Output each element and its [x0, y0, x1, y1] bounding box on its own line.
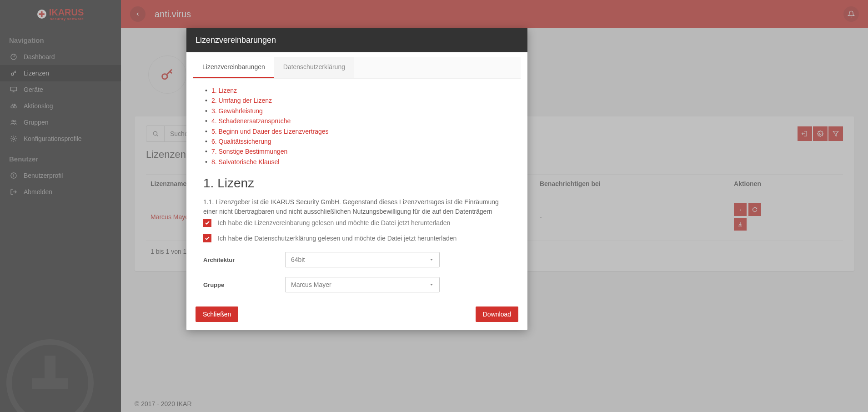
svg-marker-30 [431, 284, 433, 286]
toc-item[interactable]: 4. Schadenersatzansprüche [203, 116, 511, 126]
toc-item[interactable]: 8. Salvatorische Klausel [203, 157, 511, 167]
group-select[interactable]: Marcus Mayer [285, 277, 440, 292]
toc-item[interactable]: 7. Sonstige Bestimmungen [203, 146, 511, 156]
toc-item[interactable]: 5. Beginn und Dauer des Lizenzvertrages [203, 126, 511, 136]
section-heading: 1. Lizenz [203, 176, 511, 191]
chevron-down-icon [429, 282, 434, 287]
license-text-scroll[interactable]: 1. Lizenz2. Umfang der Lizenz3. Gewährle… [193, 79, 521, 215]
toc-list: 1. Lizenz2. Umfang der Lizenz3. Gewährle… [203, 85, 511, 167]
toc-item[interactable]: 1. Lizenz [203, 85, 511, 95]
toc-item[interactable]: 2. Umfang der Lizenz [203, 95, 511, 106]
checkbox-privacy-label: Ich habe die Datenschutzerklärung gelese… [218, 235, 457, 242]
modal-title: Lizenzvereinbarungen [186, 28, 527, 52]
arch-value: 64bit [291, 256, 305, 263]
close-button[interactable]: Schließen [196, 306, 238, 322]
modal-tabs: Lizenzvereinbarungen Datenschutzerklärun… [193, 57, 521, 79]
toc-item[interactable]: 6. Qualitätssicherung [203, 136, 511, 146]
group-value: Marcus Mayer [291, 281, 331, 288]
svg-marker-29 [431, 259, 433, 261]
arch-select[interactable]: 64bit [285, 252, 440, 267]
toc-item[interactable]: 3. Gewährleistung [203, 106, 511, 116]
group-label: Gruppe [203, 281, 285, 288]
license-modal: Lizenzvereinbarungen Lizenzvereinbarunge… [186, 28, 527, 330]
download-button[interactable]: Download [476, 306, 518, 322]
tab-privacy[interactable]: Datenschutzerklärung [274, 57, 354, 78]
checkbox-privacy-read[interactable] [203, 234, 211, 242]
para-1: 1.1. Lizenzgeber ist die IKARUS Security… [203, 197, 511, 215]
chevron-down-icon [429, 257, 434, 262]
checkbox-license-read[interactable] [203, 219, 211, 227]
tab-license[interactable]: Lizenzvereinbarungen [193, 57, 274, 78]
arch-label: Architektur [203, 256, 285, 263]
checkbox-license-label: Ich habe die Lizenzvereinbarung gelesen … [218, 219, 450, 226]
